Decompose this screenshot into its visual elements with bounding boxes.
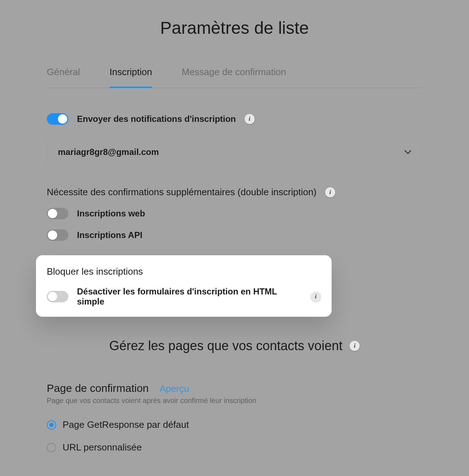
toggle-knob — [58, 114, 67, 124]
info-icon[interactable]: i — [350, 341, 360, 351]
tab-subscription[interactable]: Inscription — [110, 67, 152, 88]
info-icon[interactable]: i — [311, 292, 321, 302]
confirmation-page-subtitle: Page que vos contacts voient après avoir… — [47, 397, 422, 405]
toggle-knob — [48, 230, 57, 240]
radio-custom-label: URL personnalisée — [63, 442, 142, 453]
info-icon[interactable]: i — [245, 114, 255, 124]
manage-pages-heading: Gérez les pages que vos contacts voient … — [47, 338, 422, 353]
api-subscriptions-label: Inscriptions API — [77, 230, 142, 240]
info-icon[interactable]: i — [325, 187, 335, 197]
toggle-disable-html-forms[interactable] — [47, 291, 68, 302]
page-title: Paramètres de liste — [47, 18, 422, 38]
radio-custom-url[interactable]: URL personnalisée — [47, 442, 422, 453]
radio-icon — [47, 443, 56, 452]
toggle-notifications[interactable] — [47, 113, 68, 125]
confirmation-page-title: Page de confirmation — [47, 382, 149, 394]
block-subscriptions-card: Bloquer les inscriptions Désactiver les … — [36, 255, 332, 317]
web-subscriptions-label: Inscriptions web — [77, 209, 145, 219]
toggle-knob — [48, 292, 57, 301]
toggle-web-subscriptions[interactable] — [47, 208, 68, 219]
additional-confirmations-heading: Nécessite des confirmations supplémentai… — [47, 187, 422, 198]
additional-confirmations-text: Nécessite des confirmations supplémentai… — [47, 187, 317, 198]
manage-pages-text: Gérez les pages que vos contacts voient — [109, 338, 342, 353]
tab-general[interactable]: Général — [47, 67, 80, 88]
radio-default-label: Page GetResponse par défaut — [63, 419, 189, 430]
toggle-api-subscriptions[interactable] — [47, 229, 68, 241]
tab-confirmation-message[interactable]: Message de confirmation — [182, 67, 286, 88]
tabs: Général Inscription Message de confirmat… — [47, 67, 422, 88]
email-select-value: mariagr8gr8@gmail.com — [58, 147, 159, 157]
disable-html-label: Désactiver les formulaires d'inscription… — [77, 287, 302, 307]
chevron-down-icon — [405, 148, 411, 156]
notifications-label: Envoyer des notifications d'inscription — [77, 114, 236, 124]
block-subscriptions-heading: Bloquer les inscriptions — [47, 266, 321, 277]
radio-default-page[interactable]: Page GetResponse par défaut — [47, 419, 422, 430]
preview-link[interactable]: Aperçu — [160, 383, 189, 394]
email-select[interactable]: mariagr8gr8@gmail.com — [47, 137, 422, 167]
radio-icon — [47, 420, 56, 430]
toggle-knob — [48, 209, 57, 218]
